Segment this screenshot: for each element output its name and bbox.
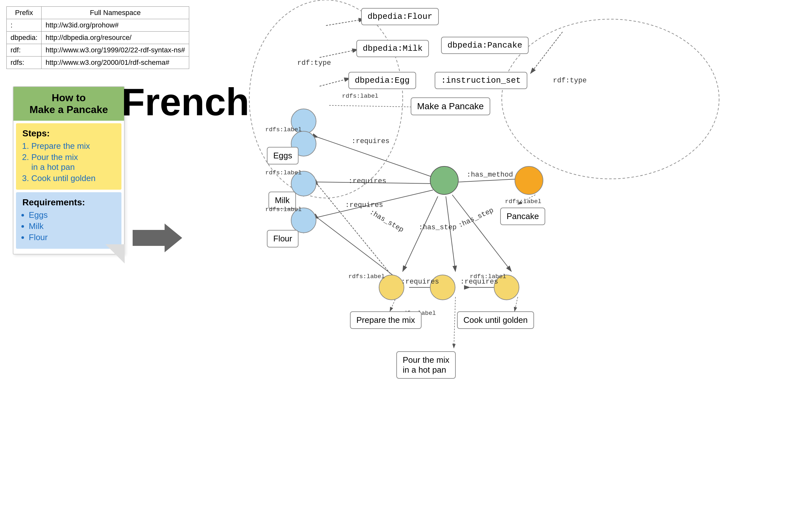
rdfs-label-prepare: rdfs:label [348,273,385,280]
rdfs-label-milk: rdfs:label [265,169,302,176]
svg-line-4 [326,19,364,25]
svg-line-14 [446,196,455,271]
prefix-dbpedia: dbpedia: [7,32,41,44]
recipe-steps-section: Steps: Prepare the mix Pour the mixin a … [16,123,122,190]
table-row: dbpedia: http://dbpedia.org/resource/ [7,32,189,44]
table-row: rdf: http://www.w3.org/1999/02/22-rdf-sy… [7,44,189,57]
svg-line-16 [318,185,396,281]
list-item: Eggs [29,210,115,220]
namespace-rdf: http://www.w3.org/1999/02/22-rdf-syntax-… [41,44,189,57]
has-step-2-label: :has_step [419,224,457,231]
egg-node-box: dbpedia:Egg [348,72,416,89]
french-title: French [122,80,249,124]
flour-label-box: Flour [267,230,298,247]
steps-list: Prepare the mix Pour the mixin a hot pan… [22,141,115,183]
namespace-prohow: http://w3id.org/prohow# [41,19,189,32]
eggs-label-box: Eggs [267,147,298,165]
svg-line-25 [514,297,518,311]
prefix-rdf: rdf: [7,44,41,57]
requires-eggs-label: :requires [351,137,389,145]
requires-step1-label: :requires [401,278,439,286]
method-center-circle [430,166,459,195]
rdfs-label-eggs: rdfs:label [265,126,302,133]
svg-line-13 [403,196,438,271]
requirements-title: Requirements: [22,197,115,208]
svg-line-8 [530,32,563,73]
svg-line-5 [320,50,358,57]
requires-flour-label: :requires [345,201,383,209]
requirements-list: Eggs Milk Flour [22,210,115,242]
table-header-namespace: Full Namespace [41,7,189,19]
rdfs-label-top: rdfs:label [342,93,378,100]
has-method-label: :has_method [467,171,513,179]
prefix-colon: : [7,19,41,32]
has-step-1-label: :has_step [368,208,405,234]
table-row: : http://w3id.org/prohow# [7,19,189,32]
table-header-prefix: Prefix [7,7,41,19]
rdfs-label-pancake: rdfs:label [505,198,541,205]
list-item: Pour the mixin a hot pan [31,152,115,172]
prepare-label-box: Prepare the mix [350,311,421,329]
svg-line-15 [452,195,511,271]
pancake-label-box: Pancake [500,208,545,225]
svg-line-6 [320,78,350,86]
steps-title: Steps: [22,128,115,138]
has-step-3-label: :has_step [457,206,495,230]
instruction-set-node-box: :instruction_set [435,72,527,89]
requires-milk-label: :requires [348,177,386,185]
rdf-type-left-label: rdf:type [297,59,331,67]
milk-node-box: dbpedia:Milk [356,40,429,57]
make-pancake-node-box: Make a Pancake [411,97,490,115]
namespace-rdfs: http://www.w3.org/2000/01/rdf-schema# [41,57,189,69]
svg-point-3 [249,0,403,198]
table-row: rdfs: http://www.w3.org/2000/01/rdf-sche… [7,57,189,69]
svg-marker-0 [133,224,182,252]
recipe-requirements-section: Requirements: Eggs Milk Flour [16,192,122,249]
recipe-card: How to Make a Pancake Steps: Prepare the… [13,86,125,254]
svg-line-21 [329,106,416,107]
list-item: Prepare the mix [31,141,115,151]
rdf-type-right-label: rdf:type [553,77,587,84]
prefix-rdfs: rdfs: [7,57,41,69]
flour-node-box: dbpedia:Flour [361,8,439,25]
pancake-dbpedia-node-box: dbpedia:Pancake [441,37,529,54]
list-item: Flour [29,232,115,242]
namespace-dbpedia: http://dbpedia.org/resource/ [41,32,189,44]
cook-label-box: Cook until golden [457,311,534,329]
rdfs-label-flour: rdfs:label [265,206,302,213]
list-item: Cook until golden [31,173,115,183]
namespace-table: Prefix Full Namespace : http://w3id.org/… [6,6,189,69]
pour-label-box: Pour the mixin a hot pan [396,351,456,379]
requires-step3-label: :requires [460,278,498,286]
recipe-header: How to Make a Pancake [14,87,124,121]
list-item: Milk [29,221,115,231]
svg-line-12 [459,179,521,182]
svg-line-24 [454,297,455,348]
recipe-title: How to Make a Pancake [19,92,119,116]
pancake-method-circle [514,166,543,195]
arrow-icon [133,222,184,254]
svg-point-7 [502,19,719,179]
